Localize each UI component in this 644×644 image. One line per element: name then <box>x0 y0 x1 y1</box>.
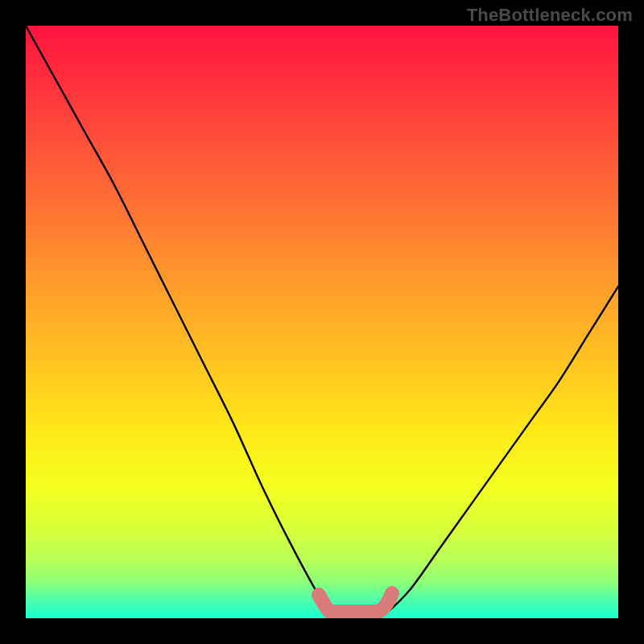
chart-plot-area <box>26 26 618 618</box>
chart-frame: TheBottleneck.com <box>0 0 644 644</box>
optimum-marker <box>319 593 392 612</box>
chart-svg <box>26 26 618 618</box>
watermark-text: TheBottleneck.com <box>467 5 633 26</box>
bottleneck-curve-line <box>26 26 618 618</box>
